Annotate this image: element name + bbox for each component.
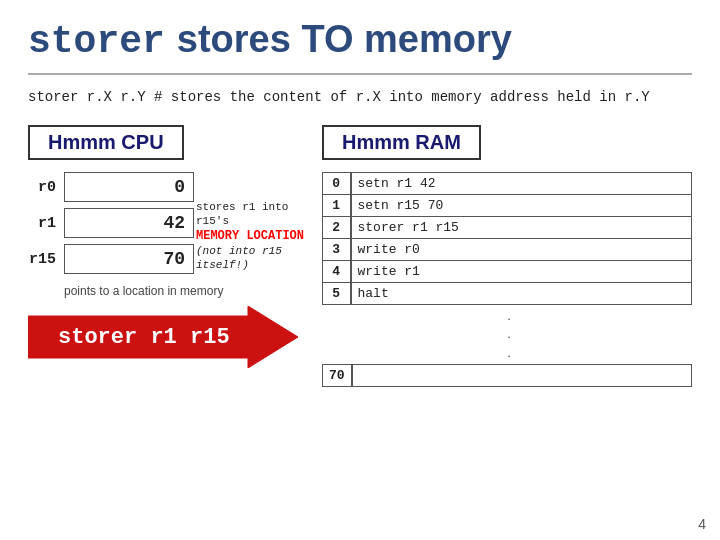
- title-row: storer stores TO memory: [28, 18, 692, 63]
- reg-label-r0: r0: [28, 179, 56, 196]
- big-arrow-section: storer r1 r15: [28, 306, 298, 368]
- ram-dot-2: .: [326, 325, 692, 343]
- cpu-registers: r0 0 r1 42 stores r1 into r15's MEMORY L…: [28, 172, 298, 274]
- ram-code-0: setn r1 42: [351, 173, 692, 195]
- ram-dot-3: .: [326, 344, 692, 362]
- ram-dots-area: . . .: [326, 307, 692, 362]
- ram-code-5: halt: [351, 283, 692, 305]
- ram-addr-3: 3: [323, 239, 351, 261]
- subtitle: storer r.X r.Y # stores the content of r…: [28, 89, 692, 105]
- reg-box-r1: 42: [64, 208, 194, 238]
- ram-addr-0: 0: [323, 173, 351, 195]
- ram-addr-1: 1: [323, 195, 351, 217]
- ram-table: 0 setn r1 42 1 setn r15 70 2 storer r1 r…: [322, 172, 692, 305]
- register-row-r0: r0 0: [28, 172, 298, 202]
- reg-label-r1: r1: [28, 215, 56, 232]
- ram-dot-1: .: [326, 307, 692, 325]
- main-content: Hmmm CPU r0 0 r1 42 st: [28, 125, 692, 387]
- ram-code-2: storer r1 r15: [351, 217, 692, 239]
- reg-box-r0: 0: [64, 172, 194, 202]
- ram-row-1: 1 setn r15 70: [323, 195, 692, 217]
- ram-row-3: 3 write r0: [323, 239, 692, 261]
- arrow-annotation: stores r1 into r15's MEMORY LOCATION (no…: [196, 200, 326, 273]
- title-divider: [28, 73, 692, 75]
- ram-code-4: write r1: [351, 261, 692, 283]
- ram-section: Hmmm RAM 0 setn r1 42 1 setn r15 70 2 st…: [322, 125, 692, 387]
- ram-row-5: 5 halt: [323, 283, 692, 305]
- points-text: points to a location in memory: [64, 284, 298, 298]
- title-sans: stores TO memory: [177, 18, 512, 61]
- ram-addr-2: 2: [323, 217, 351, 239]
- ram-row-0: 0 setn r1 42: [323, 173, 692, 195]
- page-number: 4: [698, 516, 706, 532]
- big-arrow-text: storer r1 r15: [58, 325, 230, 350]
- ram-table-70: 70: [322, 364, 692, 387]
- ram-row-2: 2 storer r1 r15: [323, 217, 692, 239]
- annotation-line3: (not into r15 itself!): [196, 244, 326, 273]
- ram-addr-4: 4: [323, 261, 351, 283]
- reg-box-r15: 70: [64, 244, 194, 274]
- reg-label-r15: r15: [28, 251, 56, 268]
- cpu-section: Hmmm CPU r0 0 r1 42 st: [28, 125, 298, 368]
- ram-row-4: 4 write r1: [323, 261, 692, 283]
- ram-code-1: setn r15 70: [351, 195, 692, 217]
- annotation-line1: stores r1 into r15's: [196, 200, 326, 229]
- annotation-line2: MEMORY LOCATION: [196, 229, 326, 245]
- big-arrow-container: storer r1 r15: [28, 306, 298, 368]
- ram-code-70: [352, 364, 692, 386]
- page: storer stores TO memory storer r.X r.Y #…: [0, 0, 720, 540]
- cpu-label: Hmmm CPU: [28, 125, 184, 160]
- ram-code-3: write r0: [351, 239, 692, 261]
- ram-row-70: 70: [323, 364, 692, 386]
- ram-label: Hmmm RAM: [322, 125, 481, 160]
- ram-addr-70: 70: [323, 364, 352, 386]
- ram-addr-5: 5: [323, 283, 351, 305]
- title-mono: storer: [28, 20, 165, 63]
